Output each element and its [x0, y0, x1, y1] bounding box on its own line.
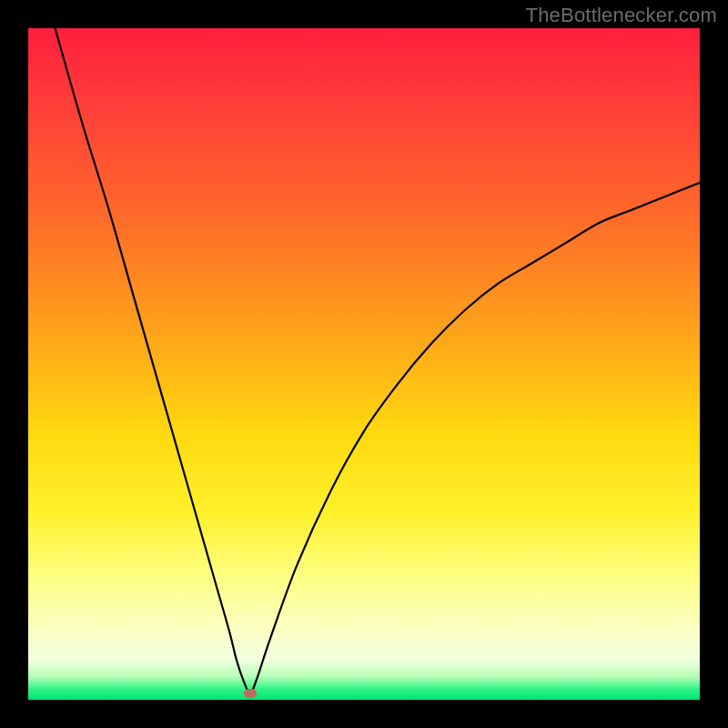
- chart-frame: TheBottlenecker.com: [0, 0, 728, 728]
- optimum-marker: [244, 689, 257, 698]
- watermark-text: TheBottlenecker.com: [526, 4, 717, 27]
- bottleneck-curve: [28, 28, 700, 700]
- plot-area: [28, 28, 700, 700]
